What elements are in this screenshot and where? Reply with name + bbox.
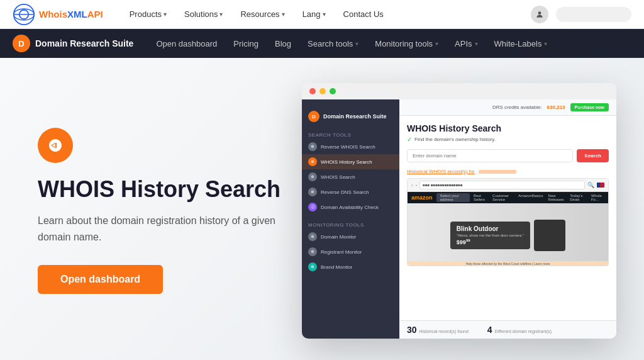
amazon-nav-customer-service[interactable]: Customer Service — [492, 194, 513, 201]
sidebar-monitoring-tools-label: Monitoring tools — [302, 220, 399, 229]
sec-nav-pricing[interactable]: Pricing — [226, 35, 266, 52]
domain-name-input[interactable] — [407, 149, 573, 162]
hero-title: WHOIS History Search — [38, 176, 302, 203]
stat-domain-registrants: 4 Different domain registrant(s) — [487, 325, 552, 335]
amazon-nav-todays-deals[interactable]: Today's Deals — [570, 194, 586, 201]
sidebar-item-reverse-dns[interactable]: ⊕ Reverse DNS Search — [302, 184, 399, 200]
top-nav-lang[interactable]: Lang ▾ — [295, 6, 333, 23]
sec-nav-dashboard[interactable]: Open dashboard — [148, 35, 225, 52]
stat-registrants-value: 4 — [487, 325, 492, 335]
open-dashboard-button[interactable]: Open dashboard — [38, 265, 163, 294]
sidebar-item-icon: ⊕ — [308, 262, 317, 271]
browser-flag-icon — [597, 183, 604, 188]
chevron-down-icon: ▾ — [164, 11, 167, 18]
top-nav-contact[interactable]: Contact Us — [336, 6, 391, 23]
sidebar-item-label: Reverse WHOIS Search — [321, 144, 375, 150]
credits-value: 630,213 — [547, 104, 565, 110]
app-window: D Domain Research Suite Search tools ⊕ R… — [302, 83, 616, 339]
sec-nav-apis[interactable]: APIs ▾ — [447, 35, 485, 52]
browser-search-icon: 🔍 — [587, 182, 594, 188]
chevron-down-icon: ▾ — [355, 40, 358, 47]
sidebar-item-icon: ⊕ — [308, 157, 317, 166]
sidebar-item-domain-monitor[interactable]: ⊕ Domain Monitor — [302, 229, 399, 244]
wildfire-notice: Help those affected by the West Coast wi… — [408, 261, 608, 266]
logo-suffix: API — [87, 9, 103, 20]
search-submit-button[interactable]: Search — [577, 149, 609, 162]
sidebar-item-brand-monitor[interactable]: ⊕ Brand Monitor — [302, 259, 399, 274]
browser-nav-forward[interactable]: › — [416, 183, 418, 188]
blink-card: Blink Outdoor "Alexa, show me the front … — [450, 222, 530, 249]
amazon-nav-new-releases[interactable]: New Releases — [548, 194, 565, 201]
blink-tagline: "Alexa, show me the front door camera." — [457, 233, 524, 237]
sidebar-item-label: Domain Monitor — [321, 234, 356, 240]
chevron-down-icon: ▾ — [475, 40, 478, 47]
sec-nav-search-tools[interactable]: Search tools ▾ — [300, 35, 366, 52]
stat-historical-records: 30 Historical record(s) found — [407, 325, 469, 335]
sidebar-item-label: Registrant Monitor — [321, 249, 362, 255]
amazon-nav-whole-foods[interactable]: Whole Fo... — [591, 194, 604, 201]
top-nav-resources[interactable]: Resources ▾ — [233, 6, 292, 23]
sidebar-item-label: Domain Availability Check — [321, 205, 379, 210]
sidebar-item-label: WHOIS History Search — [321, 159, 372, 165]
user-icon — [535, 10, 544, 19]
logo-xml: XML — [67, 9, 87, 20]
hero-subtitle: Learn about the domain registration hist… — [38, 213, 302, 245]
browser-url-box[interactable]: ■■■ ■■■■■■■■■■■■■■ — [419, 181, 585, 189]
chevron-down-icon: ▾ — [435, 40, 438, 47]
sec-nav-blog[interactable]: Blog — [267, 35, 299, 52]
amazon-header: amazon Select your address Best Sellers … — [408, 192, 608, 203]
amazon-logo: amazon — [411, 194, 433, 201]
amazon-page-mockup: amazon Select your address Best Sellers … — [408, 192, 608, 266]
amazon-nav-amazonbasics[interactable]: AmazonBasics — [518, 194, 543, 201]
sec-nav-monitoring-tools[interactable]: Monitoring tools ▾ — [367, 35, 446, 52]
results-label: Historical WHOIS record(s) for — [407, 169, 609, 174]
app-content-subtitle-text: Find the domain's ownership history. — [414, 137, 496, 142]
window-maximize-dot — [330, 88, 336, 94]
top-nav-links: Products ▾ Solutions ▾ Resources ▾ Lang … — [122, 6, 531, 23]
hero-icon — [38, 128, 73, 163]
browser-nav-back[interactable]: ‹ — [411, 183, 413, 188]
hero-section: WHOIS History Search Learn about the dom… — [0, 58, 644, 360]
brand-logo[interactable]: D Domain Research Suite — [13, 35, 133, 52]
top-nav-products[interactable]: Products ▾ — [122, 6, 174, 23]
purchase-now-button[interactable]: Purchase now — [570, 103, 609, 111]
stats-bar: 30 Historical record(s) found 4 Differen… — [399, 320, 616, 339]
sec-nav-white-labels[interactable]: White-Labels ▾ — [487, 35, 555, 52]
window-body: D Domain Research Suite Search tools ⊕ R… — [302, 99, 616, 339]
sidebar-item-label: Reverse DNS Search — [321, 189, 369, 195]
sidebar-item-registrant-monitor[interactable]: ⊕ Registrant Monitor — [302, 244, 399, 259]
brand-icon: D — [13, 35, 30, 52]
amazon-nav-bestsellers[interactable]: Best Sellers — [474, 194, 487, 201]
stat-records-value: 30 — [407, 325, 417, 335]
sidebar-search-tools-label: Search tools — [302, 130, 399, 139]
results-label-text: Historical WHOIS record(s) for — [407, 169, 475, 174]
sidebar-item-icon: ⓪ — [308, 203, 317, 211]
amazon-nav-links: Best Sellers Customer Service AmazonBasi… — [474, 194, 604, 201]
domain-highlight — [479, 170, 516, 174]
app-main-content: DRS credits available: 630,213 Purchase … — [399, 99, 616, 339]
sidebar-item-reverse-whois[interactable]: ⊕ Reverse WHOIS Search — [302, 139, 399, 154]
check-icon: ✓ — [407, 136, 412, 143]
logo-brand: Whois — [39, 9, 67, 20]
logo-icon — [13, 3, 35, 26]
brand-name: Domain Research Suite — [35, 38, 133, 48]
browser-content: amazon Select your address Best Sellers … — [408, 192, 608, 266]
app-topbar: DRS credits available: 630,213 Purchase … — [399, 99, 616, 116]
sidebar-item-domain-availability[interactable]: ⓪ Domain Availability Check — [302, 200, 399, 215]
sidebar-item-whois-search[interactable]: ⊕ WHOIS Search — [302, 169, 399, 184]
app-sidebar: D Domain Research Suite Search tools ⊕ R… — [302, 99, 399, 339]
sidebar-brand-text: Domain Research Suite — [323, 113, 387, 120]
user-account-button[interactable] — [531, 6, 548, 23]
sidebar-item-whois-history[interactable]: ⊕ WHOIS History Search — [302, 154, 399, 169]
stat-registrants-label: Different domain registrant(s) — [495, 329, 552, 334]
amazon-address-btn[interactable]: Select your address — [436, 193, 470, 202]
top-search-input[interactable] — [556, 7, 631, 22]
window-chrome — [302, 83, 616, 99]
blink-price: $9999 — [457, 239, 524, 245]
top-nav-solutions[interactable]: Solutions ▾ — [177, 6, 230, 23]
logo[interactable]: WhoisXMLAPI — [13, 3, 103, 26]
amazon-address-label: Select your address — [440, 194, 466, 201]
svg-point-4 — [538, 11, 541, 14]
hero-app-mockup: D Domain Research Suite Search tools ⊕ R… — [302, 83, 616, 339]
window-minimize-dot — [319, 88, 326, 94]
